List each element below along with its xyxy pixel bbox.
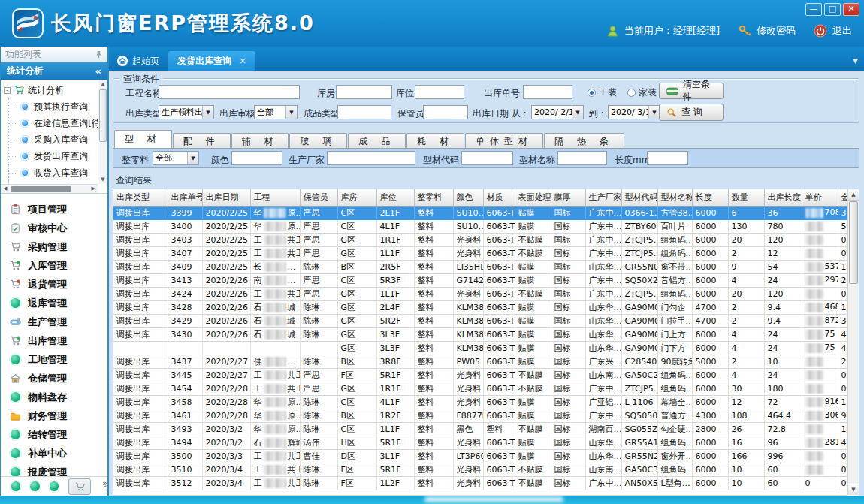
project-name-input[interactable] bbox=[159, 85, 300, 99]
table-row[interactable]: 调拨出库34932020/3/2华原…陈琳C区1L1F整料黑色塑料不贴膜国标湖南… bbox=[113, 422, 847, 436]
column-header[interactable]: 出库单号 bbox=[168, 189, 202, 206]
material-tab-0[interactable]: 型 材 bbox=[114, 130, 172, 149]
table-row[interactable]: 调拨出库34282020/2/26石城陈琳G区2L4F整料KLM38176063… bbox=[113, 300, 847, 314]
profile-code-input[interactable] bbox=[461, 151, 513, 165]
tree-item-3[interactable]: 发货出库查询 bbox=[1, 148, 98, 164]
sidebar-item-14[interactable]: 报废管理 bbox=[1, 463, 107, 476]
column-header[interactable]: 颜色 bbox=[453, 189, 483, 206]
sidebar-item-4[interactable]: 退货管理 bbox=[1, 275, 107, 294]
tree-expander-icon[interactable]: - bbox=[4, 87, 11, 94]
material-tab-7[interactable]: 隔 热 条 bbox=[544, 133, 624, 149]
table-row[interactable]: 调拨出库35102020/3/4工共工程陈琳F区5R1F整料光身料6063-T5… bbox=[113, 463, 847, 476]
length-input[interactable] bbox=[647, 151, 688, 165]
column-header[interactable]: 型材名称 bbox=[657, 189, 692, 206]
change-password-link[interactable]: 修改密码 bbox=[757, 24, 796, 38]
footer-cart-button[interactable] bbox=[68, 478, 91, 495]
table-row[interactable]: 调拨出库34132020/2/26南…严思C区5R3F整料G714226063-… bbox=[113, 273, 847, 287]
product-type-input[interactable] bbox=[337, 105, 391, 119]
color-input[interactable] bbox=[231, 151, 282, 165]
column-header[interactable]: 型材代码 bbox=[621, 189, 657, 206]
warehouse-input[interactable] bbox=[336, 85, 392, 99]
table-row[interactable]: 调拨出库34542020/2/28工共工程严思G区1R1F整料光身料6063-T… bbox=[113, 382, 847, 395]
sidebar-item-6[interactable]: 生产管理 bbox=[1, 312, 107, 331]
column-header[interactable]: 库房 bbox=[337, 189, 376, 206]
profile-name-input[interactable] bbox=[557, 151, 607, 165]
material-tab-2[interactable]: 辅 材 bbox=[231, 133, 289, 149]
sidebar-item-2[interactable]: 采购管理 bbox=[1, 237, 107, 256]
out-type-select[interactable]: 生产领料出库 ▼ bbox=[159, 105, 214, 119]
material-tab-1[interactable]: 配 件 bbox=[173, 133, 231, 149]
column-header[interactable]: 保管员 bbox=[300, 189, 337, 206]
out-audit-select[interactable]: 全部 ▼ bbox=[254, 105, 298, 119]
pin-icon[interactable] bbox=[95, 50, 103, 59]
table-row[interactable]: 调拨出库34372020/2/27佛…陈琳B区3R8F整料PW056063-T5… bbox=[113, 355, 847, 368]
column-header[interactable]: 工程 bbox=[250, 189, 300, 206]
column-header[interactable]: 出库长度 bbox=[764, 189, 802, 206]
table-row[interactable]: 调拨出库35002020/3/3工共工程曹佳D区3L1F整料LT3P606063… bbox=[113, 449, 847, 463]
sidebar-item-7[interactable]: 出库管理 bbox=[1, 331, 107, 350]
minimize-button[interactable]: — bbox=[805, 3, 822, 16]
sidebar-item-8[interactable]: 工地管理 bbox=[1, 350, 107, 369]
manufacturer-input[interactable] bbox=[327, 151, 415, 165]
material-tab-6[interactable]: 单体型材 bbox=[465, 133, 543, 149]
sidebar-item-1[interactable]: 审核中心 bbox=[1, 219, 107, 237]
sidebar-item-10[interactable]: 物料盘存 bbox=[1, 388, 107, 406]
table-row[interactable]: G区3L3F整料KLM38176063-T5贴膜国标山东华…GA90M09.门下… bbox=[113, 341, 847, 355]
sidebar-item-0[interactable]: 项目管理 bbox=[1, 200, 107, 219]
column-header[interactable]: 数量 bbox=[728, 189, 764, 206]
date-from-picker[interactable]: 2020/ 2/16 ▼ bbox=[531, 105, 584, 119]
vertical-scroll-thumb[interactable] bbox=[849, 201, 858, 284]
out-no-input[interactable] bbox=[523, 85, 572, 99]
scroll-up-icon[interactable]: ▲ bbox=[848, 189, 859, 201]
close-tab-icon[interactable]: × bbox=[239, 56, 246, 66]
table-row[interactable]: 调拨出库34612020/2/28华原…陈琳B区1R2F整料F8877FT606… bbox=[113, 409, 847, 422]
sidebar-section-header[interactable]: 统计分析 « bbox=[1, 62, 107, 80]
keeper-input[interactable] bbox=[423, 105, 468, 119]
radio-jiazhuang[interactable]: 家装 bbox=[627, 86, 657, 99]
sidebar-item-5[interactable]: 退库管理 bbox=[1, 294, 107, 312]
sidebar-item-3[interactable]: 入库管理 bbox=[1, 256, 107, 275]
sidebar-item-9[interactable]: 仓储管理 bbox=[1, 369, 107, 388]
tree-item-1[interactable]: 在途信息查询[待 bbox=[1, 115, 98, 131]
table-row[interactable]: 调拨出库34292020/2/26石城陈琳G区5R2F整料KLM38176063… bbox=[113, 314, 847, 327]
tree-horizontal-scrollbar[interactable]: ◀ ▶ bbox=[1, 184, 98, 193]
more-buttons-icon[interactable]: »˅ bbox=[102, 481, 107, 493]
footer-circle-icon[interactable] bbox=[11, 481, 20, 491]
clear-conditions-button[interactable]: 清空条件 bbox=[659, 83, 724, 99]
sidebar-item-12[interactable]: 结转管理 bbox=[1, 425, 107, 444]
maximize-button[interactable]: □ bbox=[824, 3, 841, 16]
material-tab-5[interactable]: 耗 材 bbox=[406, 133, 464, 149]
scroll-down-icon[interactable]: ▼ bbox=[848, 484, 859, 495]
column-header[interactable]: 出库类型 bbox=[113, 189, 168, 206]
column-header[interactable]: 材质 bbox=[483, 189, 515, 206]
material-tab-3[interactable]: 玻 璃 bbox=[289, 133, 347, 149]
column-header[interactable]: 出库日期 bbox=[202, 189, 250, 206]
collapse-icon[interactable]: « bbox=[95, 65, 101, 77]
table-row[interactable]: 调拨出库34582020/2/28华原…陈琳C区4L1F整料光身料6063-T5… bbox=[113, 395, 847, 409]
column-header[interactable]: 膜厚 bbox=[551, 189, 585, 206]
radio-gongzhuang[interactable]: 工装 bbox=[588, 86, 617, 99]
footer-circle-icon[interactable] bbox=[50, 481, 59, 491]
table-row[interactable]: 调拨出库34452020/2/27工共工程严思F区5R1F整料光身料6063-T… bbox=[113, 368, 847, 382]
table-row[interactable]: 调拨出库34942020/3/2石辉城汤伟H区5R1F整料光身料6063-T5贴… bbox=[113, 436, 847, 449]
column-header[interactable]: 长度 bbox=[692, 189, 728, 206]
column-header[interactable]: 整零料 bbox=[414, 189, 453, 206]
tree-root[interactable]: - 统计分析 bbox=[1, 82, 98, 98]
sidebar-item-11[interactable]: 财务管理 bbox=[1, 406, 107, 425]
sidebar-item-13[interactable]: 补单中心 bbox=[1, 444, 107, 463]
table-row[interactable]: 调拨出库34002020/2/25华原…严思C区4L1F整料SU10…6063-… bbox=[113, 219, 847, 233]
tree-item-0[interactable]: 预算执行查询 bbox=[1, 98, 98, 115]
table-row[interactable]: 调拨出库35122020/3/4工共工程陈琳F区1L2F整料光身料6063-T5… bbox=[113, 476, 847, 490]
material-tab-4[interactable]: 成 品 bbox=[348, 133, 406, 149]
whole-part-select[interactable]: 全部 ▼ bbox=[153, 151, 199, 165]
table-row[interactable]: 调拨出库34092020/2/25长…陈琳B区2R5F整料LI35HD6063-… bbox=[113, 260, 847, 273]
column-header[interactable]: 金 bbox=[838, 189, 847, 206]
table-row[interactable]: 调拨出库34242020/2/26工共工程严思G区1L1F整料光身料6063-T… bbox=[113, 287, 847, 300]
table-row[interactable]: 调拨出库33992020/2/25华原…严思C区2L1F整料SU10…6063-… bbox=[113, 206, 847, 219]
column-header[interactable]: 生产厂家 bbox=[585, 189, 621, 206]
location-input[interactable] bbox=[415, 85, 464, 99]
date-to-picker[interactable]: 2020/ 3/16 ▼ bbox=[608, 105, 660, 119]
tab-overflow-icon[interactable]: ▼ bbox=[853, 57, 858, 65]
footer-circle-icon[interactable] bbox=[30, 481, 39, 491]
vertical-scrollbar[interactable]: ▲ ▼ bbox=[847, 189, 859, 495]
